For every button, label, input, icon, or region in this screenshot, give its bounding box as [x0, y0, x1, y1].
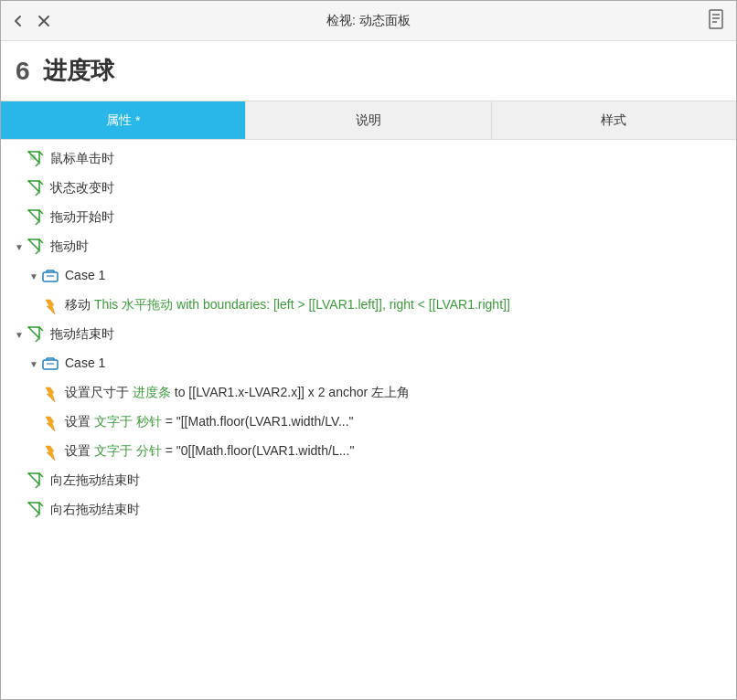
event-icon [27, 238, 45, 256]
svg-line-12 [36, 192, 39, 196]
svg-marker-36 [28, 473, 39, 484]
event-icon [27, 501, 45, 519]
svg-line-38 [36, 484, 39, 488]
toggle-icon[interactable]: ▼ [12, 325, 27, 344]
svg-marker-25 [28, 327, 39, 338]
svg-marker-16 [28, 239, 39, 250]
case-label: Case 1 [65, 355, 729, 373]
svg-line-41 [36, 514, 39, 517]
properties-content[interactable]: 鼠标单击时 状态改变时 [1, 140, 736, 699]
case-label: Case 1 [65, 267, 729, 285]
svg-rect-2 [710, 10, 722, 28]
event-label: 向右拖动结束时 [50, 501, 729, 519]
action-label: 设置尺寸于 进度条 to [[LVAR1.x-LVAR2.x]] x 2 anc… [65, 384, 729, 402]
tab-properties-asterisk: * [135, 113, 140, 128]
svg-marker-39 [28, 503, 39, 514]
event-label: 向左拖动结束时 [50, 472, 729, 490]
svg-line-8 [36, 163, 39, 166]
widget-name: 进度球 [43, 55, 114, 87]
list-item[interactable]: ▼ Case 1 [1, 350, 736, 379]
tab-style[interactable]: 样式 [492, 101, 736, 139]
action-label: 移动 This 水平拖动 with boundaries: [left > [[… [65, 296, 729, 314]
list-item[interactable]: 向左拖动结束时 [1, 467, 736, 496]
titlebar-title: 检视: 动态面板 [326, 13, 411, 29]
inspector-window: 检视: 动态面板 6 进度球 属性 * 说明 样式 [0, 0, 737, 700]
titlebar-doc-button[interactable] [707, 9, 725, 32]
list-item[interactable]: 设置尺寸于 进度条 to [[LVAR1.x-LVAR2.x]] x 2 anc… [1, 379, 736, 408]
close-button[interactable] [36, 13, 52, 29]
list-item[interactable]: 设置 文字于 秒针 = "[[Math.floor(LVAR1.width/LV… [1, 408, 736, 438]
event-label: 拖动时 [50, 238, 729, 256]
tabs-bar: 属性 * 说明 样式 [1, 101, 736, 140]
action-icon [41, 298, 59, 316]
list-item[interactable]: 状态改变时 [1, 175, 736, 204]
event-label: 状态改变时 [50, 179, 729, 197]
svg-marker-34 [46, 417, 55, 431]
event-label: 拖动开始时 [50, 208, 729, 227]
tab-description-label: 说明 [356, 112, 381, 129]
event-label: 拖动结束时 [50, 325, 729, 344]
svg-rect-19 [43, 272, 58, 281]
action-label: 设置 文字于 秒针 = "[[Math.floor(LVAR1.width/LV… [65, 413, 729, 431]
list-item[interactable]: ▼ 拖动结束时 [1, 321, 736, 350]
list-item[interactable]: 移动 This 水平拖动 with boundaries: [left > [[… [1, 292, 736, 321]
svg-marker-35 [46, 446, 55, 461]
svg-rect-28 [43, 360, 58, 369]
case-icon [41, 355, 59, 373]
action-icon [41, 444, 59, 462]
event-icon [27, 150, 45, 168]
event-icon [27, 472, 45, 490]
event-icon [27, 208, 45, 227]
list-item[interactable]: 向右拖动结束时 [1, 496, 736, 525]
titlebar: 检视: 动态面板 [1, 1, 736, 41]
event-label: 鼠标单击时 [50, 150, 729, 168]
widget-number: 6 [16, 57, 30, 86]
case-icon [41, 267, 59, 285]
event-tree: 鼠标单击时 状态改变时 [1, 140, 736, 531]
back-button[interactable] [10, 13, 27, 29]
svg-line-18 [36, 250, 39, 254]
list-item[interactable]: 鼠标单击时 [1, 145, 736, 175]
action-label: 设置 文字于 分针 = "0[[Math.floor(LVAR1.width/L… [65, 442, 729, 461]
toggle-icon[interactable]: ▼ [12, 238, 27, 256]
widget-header: 6 进度球 [1, 41, 736, 101]
tab-properties[interactable]: 属性 * [1, 101, 246, 139]
titlebar-controls [10, 13, 52, 29]
toggle-icon[interactable]: ▼ [27, 267, 41, 285]
svg-marker-24 [46, 300, 55, 314]
svg-marker-10 [28, 181, 39, 192]
tab-style-label: 样式 [601, 112, 626, 129]
action-icon [41, 386, 59, 404]
toggle-icon[interactable]: ▼ [27, 355, 41, 373]
list-item[interactable]: ▼ Case 1 [1, 262, 736, 292]
svg-marker-13 [28, 210, 39, 221]
list-item[interactable]: 设置 文字于 分针 = "0[[Math.floor(LVAR1.width/L… [1, 438, 736, 467]
list-item[interactable]: 拖动开始时 [1, 204, 736, 233]
svg-line-15 [36, 221, 39, 225]
svg-marker-9 [30, 154, 36, 160]
tab-properties-label: 属性 [106, 112, 132, 129]
event-icon [27, 179, 45, 197]
svg-line-27 [36, 338, 39, 342]
event-icon [27, 325, 45, 344]
svg-marker-33 [46, 387, 55, 402]
action-icon [41, 415, 59, 433]
list-item[interactable]: ▼ 拖动时 [1, 233, 736, 262]
tab-description[interactable]: 说明 [246, 101, 491, 139]
